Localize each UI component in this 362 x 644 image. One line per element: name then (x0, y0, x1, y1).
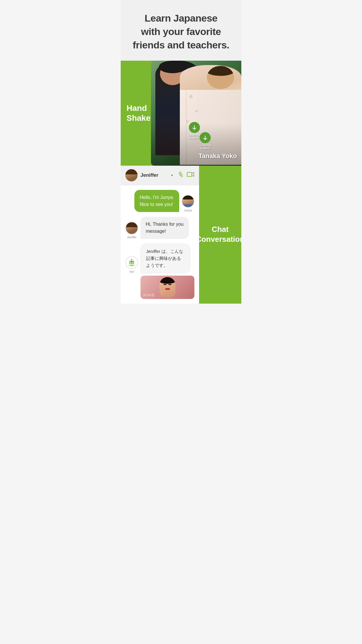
learning-badge-2: LearningEnglish (200, 132, 211, 150)
bubble-bot: Jeniffer は、こんな記事に興味があるようです。 (140, 244, 190, 273)
robot-icon (127, 258, 136, 267)
right-feature-panel: Chat Conversation (199, 166, 241, 304)
svg-rect-12 (130, 265, 133, 266)
svg-point-11 (132, 262, 133, 263)
badge-circle-1 (189, 122, 200, 133)
chat-label: Chat (212, 225, 229, 234)
contact-name: Jeniffer (140, 172, 168, 178)
bot-label: bot (130, 270, 134, 273)
badge-label-1: LearningEnglish (189, 134, 200, 139)
bot-avatar-container: bot (125, 256, 138, 273)
jeniffer-label: Jeniffer (127, 236, 137, 239)
junya-shirt (182, 204, 194, 207)
shared-image-preview: nfAD (140, 276, 194, 299)
title-line1: Learn Japanese (145, 13, 217, 24)
chat-header: Jeniffer (121, 166, 199, 185)
bubble-jeniffer: Hi, Thanks for you message! (140, 217, 189, 239)
svg-rect-13 (128, 265, 130, 266)
contact-avatar-container (125, 169, 138, 181)
jeniffer-hair (125, 222, 138, 227)
photo-card: Tanaka Yoko LearningEnglish (151, 61, 242, 166)
learning-badge-1: LearningEnglish (189, 122, 200, 139)
bubble-junya: Hello, I'm Junya. Nice to see you! (134, 190, 179, 212)
header-section: Learn Japanese with your favorite friend… (121, 0, 241, 61)
jeniffer-avatar-container: Jeniffer (125, 222, 138, 239)
junya-avatar-container: Junya (182, 195, 194, 212)
feature-label: Chat Conversation (196, 225, 241, 244)
title-line3: friends and teachers. (133, 39, 229, 50)
conversation-label: Conversation (196, 235, 241, 244)
chat-section: Jeniffer H (121, 166, 241, 304)
svg-rect-14 (134, 265, 135, 266)
svg-rect-6 (187, 172, 192, 176)
bot-message: bot Jeniffer は、こんな記事に興味があるようです。 (125, 244, 194, 273)
image-thumbnail: nfAD (140, 276, 194, 299)
page-title: Learn Japanese with your favorite friend… (129, 12, 233, 52)
bot-avatar (125, 256, 138, 269)
junya-hair (182, 195, 194, 200)
photo-background: Tanaka Yoko LearningEnglish (151, 61, 242, 166)
video-icon[interactable] (187, 171, 194, 179)
hero-image-section: Hand Shake (121, 61, 241, 166)
chat-panel: Jeniffer H (121, 166, 199, 304)
message-junya: Hello, I'm Junya. Nice to see you! Junya (125, 190, 194, 212)
title-line2: with your favorite (141, 26, 221, 37)
avatar-hair (125, 169, 138, 174)
messages-area: Hello, I'm Junya. Nice to see you! Junya (121, 185, 199, 304)
junya-label: Junya (184, 209, 192, 212)
chat-action-icons (176, 171, 194, 179)
message-jeniffer: Jeniffer Hi, Thanks for you message! (125, 217, 194, 239)
svg-point-8 (131, 259, 132, 260)
junya-avatar (182, 195, 194, 208)
phone-icon[interactable] (176, 171, 183, 179)
teacher-name: Tanaka Yoko (198, 152, 237, 160)
svg-point-10 (130, 262, 131, 263)
jeniffer-avatar (125, 222, 138, 235)
badge-circle-2 (200, 132, 211, 143)
badge-label-2: LearningEnglish (200, 144, 211, 150)
online-status-dot (171, 174, 173, 177)
contact-avatar (125, 169, 138, 181)
